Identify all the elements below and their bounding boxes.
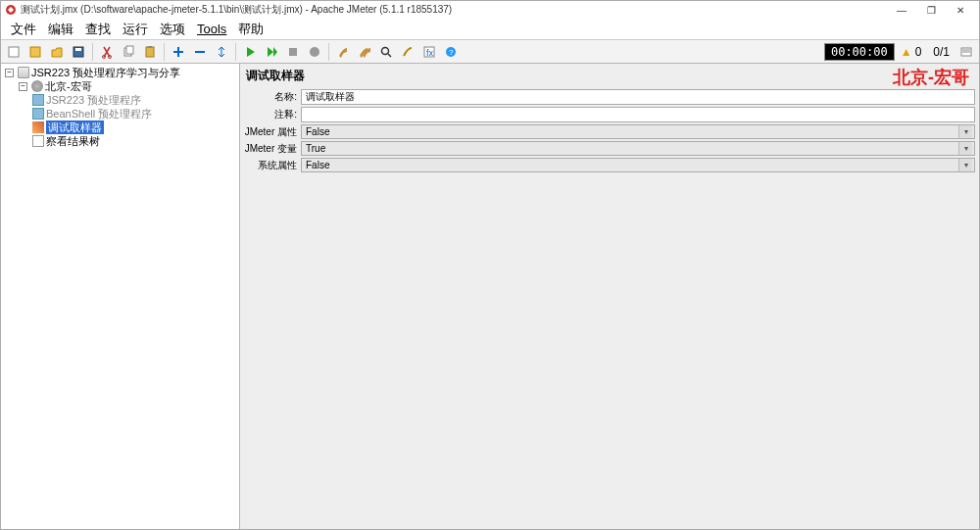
svg-rect-14 <box>289 48 297 56</box>
tree-label: 北京-宏哥 <box>45 79 92 93</box>
svg-rect-2 <box>30 47 40 57</box>
menu-tools[interactable]: Tools <box>191 20 232 38</box>
tree-label: 察看结果树 <box>46 134 100 148</box>
test-plan-icon <box>18 67 29 78</box>
thread-group-icon <box>31 80 43 92</box>
runtime-display: 00:00:00 <box>824 43 895 61</box>
start-button[interactable] <box>240 42 260 62</box>
combo-value: True <box>306 143 325 154</box>
combo-value: False <box>306 160 329 170</box>
svg-rect-1 <box>9 47 19 57</box>
comment-input[interactable] <box>301 107 975 122</box>
system-properties-label: 系统属性 <box>244 159 301 172</box>
warning-count-value: 0 <box>915 45 922 59</box>
preprocessor-icon <box>32 94 44 106</box>
start-no-timers-button[interactable] <box>262 42 281 62</box>
panel-title: 调试取样器 <box>240 64 979 88</box>
window-close-button[interactable]: ✕ <box>946 1 975 19</box>
menu-search[interactable]: 查找 <box>79 19 117 40</box>
menu-options[interactable]: 选项 <box>154 19 191 40</box>
tree-label-selected: 调试取样器 <box>46 120 104 134</box>
svg-rect-8 <box>126 46 133 54</box>
jmeter-properties-combo[interactable]: False ▾ <box>301 124 975 139</box>
tree-label: JSR223 预处理程序 <box>46 93 141 107</box>
save-button[interactable] <box>69 42 88 62</box>
comment-label: 注释: <box>244 108 301 121</box>
new-button[interactable] <box>4 42 24 62</box>
jmeter-variables-label: JMeter 变量 <box>244 142 301 156</box>
log-toggle-button[interactable] <box>956 42 976 62</box>
function-helper-button[interactable]: fx <box>419 42 439 62</box>
chevron-down-icon: ▾ <box>958 142 972 155</box>
window-titlebar: 测试计划.jmx (D:\software\apache-jmeter-5.1.… <box>1 1 979 19</box>
window-maximize-button[interactable]: ❐ <box>916 1 946 19</box>
warning-count: ▲ 0 <box>895 45 928 59</box>
svg-rect-10 <box>148 46 152 48</box>
tree-node-thread-group[interactable]: − 北京-宏哥 <box>19 79 237 93</box>
svg-point-16 <box>382 47 389 54</box>
svg-rect-9 <box>146 47 154 57</box>
tree-label: BeanShell 预处理程序 <box>46 107 152 120</box>
warning-icon: ▲ <box>901 45 912 59</box>
sampler-icon <box>32 121 44 133</box>
svg-rect-4 <box>75 48 81 51</box>
svg-line-17 <box>388 54 391 57</box>
window-title: 测试计划.jmx (D:\software\apache-jmeter-5.1.… <box>21 3 887 17</box>
system-properties-combo[interactable]: False ▾ <box>301 158 975 172</box>
paste-button[interactable] <box>140 42 160 62</box>
jmeter-properties-label: JMeter 属性 <box>244 125 301 139</box>
listener-icon <box>32 135 44 147</box>
toggle-button[interactable] <box>212 42 231 62</box>
name-label: 名称: <box>244 90 301 104</box>
chevron-down-icon: ▾ <box>958 159 972 171</box>
clear-button[interactable] <box>333 42 353 62</box>
tree-node-debug-sampler[interactable]: 调试取样器 <box>32 120 237 134</box>
test-plan-tree[interactable]: − JSR223 预处理程序学习与分享 − 北京-宏哥 <box>1 64 240 529</box>
clear-all-button[interactable] <box>355 42 374 62</box>
shutdown-button[interactable] <box>305 42 324 62</box>
collapse-icon[interactable]: − <box>19 82 27 91</box>
editor-panel: 北京-宏哥 调试取样器 名称: 注释: JMeter 属性 False ▾ JM… <box>240 64 979 529</box>
chevron-down-icon: ▾ <box>958 125 972 138</box>
tree-node-test-plan[interactable]: − JSR223 预处理程序学习与分享 <box>5 66 237 79</box>
tree-node-beanshell-preprocessor[interactable]: BeanShell 预处理程序 <box>32 107 237 120</box>
preprocessor-icon <box>32 108 44 120</box>
menu-file[interactable]: 文件 <box>5 19 42 40</box>
search-button[interactable] <box>376 42 396 62</box>
name-input[interactable] <box>301 89 975 105</box>
expand-button[interactable] <box>169 42 188 62</box>
collapse-button[interactable] <box>190 42 210 62</box>
window-minimize-button[interactable]: — <box>887 1 916 19</box>
menu-bar: 文件 编辑 查找 运行 选项 Tools 帮助 <box>1 19 979 40</box>
collapse-icon[interactable]: − <box>5 69 14 77</box>
thread-count: 0/1 <box>927 45 956 59</box>
svg-text:fx: fx <box>426 48 434 58</box>
menu-help[interactable]: 帮助 <box>232 19 270 40</box>
reset-search-button[interactable] <box>398 42 417 62</box>
help-button[interactable]: ? <box>441 42 461 62</box>
combo-value: False <box>306 126 329 137</box>
stop-button[interactable] <box>283 42 303 62</box>
svg-point-15 <box>310 47 319 57</box>
templates-button[interactable] <box>25 42 45 62</box>
menu-run[interactable]: 运行 <box>117 19 154 40</box>
jmeter-variables-combo[interactable]: True ▾ <box>301 141 975 156</box>
open-button[interactable] <box>47 42 67 62</box>
tree-node-view-results-tree[interactable]: 察看结果树 <box>32 134 237 148</box>
copy-button[interactable] <box>119 42 138 62</box>
menu-edit[interactable]: 编辑 <box>42 19 79 40</box>
cut-button[interactable] <box>97 42 117 62</box>
jmeter-icon <box>5 4 17 16</box>
svg-text:?: ? <box>449 48 454 57</box>
tree-node-jsr223-preprocessor[interactable]: JSR223 预处理程序 <box>32 93 237 107</box>
tree-label: JSR223 预处理程序学习与分享 <box>31 66 180 79</box>
toolbar: fx ? 00:00:00 ▲ 0 0/1 <box>1 40 979 64</box>
